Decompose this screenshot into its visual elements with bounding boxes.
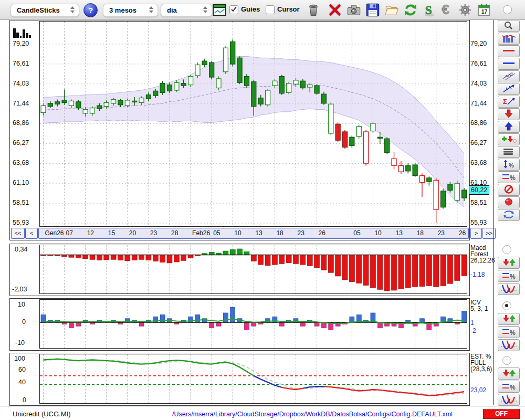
stoch-y100-label: 100 [14, 355, 25, 362]
candle [76, 102, 81, 108]
candle [118, 100, 123, 105]
price-label: 68,86 [13, 119, 29, 127]
settings-gear-icon[interactable] [458, 3, 472, 17]
macd-params: 26,12,26 [470, 257, 495, 264]
macd-curves-button[interactable] [498, 283, 520, 295]
price-label: 74,03 [13, 80, 29, 87]
macd-bar [434, 255, 439, 287]
add-signal-arrows-button[interactable] [498, 133, 520, 145]
nav-far-prev-button[interactable]: << [11, 228, 25, 239]
guies-checkbox[interactable] [229, 5, 238, 14]
icv-percent-button[interactable]: % [498, 326, 520, 338]
icv-bar [350, 317, 354, 322]
candle [335, 124, 340, 140]
candle [237, 58, 242, 82]
chart-type-select[interactable]: CandleSticks [10, 4, 79, 17]
icv-bar [230, 307, 235, 322]
macd-panel-radio[interactable] [502, 245, 511, 254]
candle [308, 85, 312, 87]
calendar-icon[interactable]: 17 [477, 3, 491, 17]
indicator-chart-button[interactable] [498, 33, 520, 45]
macd-arrows-button[interactable] [498, 257, 520, 269]
stoch-curves-button[interactable] [498, 394, 520, 406]
date-tick-label: 23 [438, 229, 445, 237]
macd-ymin-label: -2,03 [12, 286, 27, 293]
channel-tool-button[interactable] [498, 70, 520, 82]
vertical-percent-icon: % [498, 159, 519, 169]
blue-hline-icon [498, 58, 519, 68]
camera-icon[interactable] [346, 3, 361, 17]
record-button[interactable] [498, 196, 520, 208]
macd-bar [363, 255, 369, 285]
lines-percent-button[interactable]: % [498, 171, 520, 183]
arrow-up-blue-icon [498, 121, 519, 131]
period-value: 3 mesos [109, 6, 136, 14]
off-toggle-button[interactable]: OFF [483, 409, 520, 419]
date-axis-strip[interactable]: Gen26071215202328Feb26051013182326051013… [38, 228, 469, 239]
arrow-down-tool-button[interactable] [498, 108, 520, 120]
delete-x-icon[interactable] [328, 3, 342, 17]
trendline-tool-button[interactable] [498, 83, 520, 95]
candle [230, 42, 235, 64]
toolbar-radio[interactable] [503, 5, 512, 14]
blue-hline-button[interactable] [498, 58, 520, 70]
candle [293, 80, 298, 84]
candle [62, 100, 67, 102]
date-tick-label: 12 [87, 229, 94, 237]
candle [97, 106, 102, 109]
icv-bar [202, 319, 207, 322]
nav-prev-button[interactable]: < [25, 228, 38, 239]
zoom-icon [498, 20, 519, 30]
svg-text:S: S [425, 3, 432, 17]
chart-window-icon[interactable] [212, 3, 227, 17]
candle [111, 99, 116, 103]
stoch-panel-radio[interactable] [502, 356, 511, 365]
icv-bar [272, 317, 277, 322]
red-hline-button[interactable] [498, 45, 520, 57]
macd-bar [139, 255, 144, 259]
macd-bar [349, 255, 354, 281]
swap-arrows-button[interactable] [498, 209, 520, 221]
candle [406, 165, 411, 171]
help-button[interactable]: ? [83, 3, 98, 17]
icv-curves-button[interactable] [498, 339, 520, 351]
open-folder-icon[interactable] [384, 3, 399, 17]
candle [90, 108, 95, 113]
cursor-checkbox[interactable] [266, 5, 275, 14]
main-price-chart[interactable] [39, 21, 467, 227]
price-label: 66,27 [470, 139, 487, 146]
euro-icon[interactable]: € [440, 3, 455, 17]
lines-percent-icon: % [498, 381, 519, 391]
stoch-arrows-button[interactable] [498, 368, 520, 380]
macd-bar [174, 255, 179, 262]
candle [419, 176, 424, 183]
trash-icon[interactable] [306, 3, 321, 17]
money-s-icon[interactable]: S [422, 3, 437, 17]
nav-next-button[interactable]: > [470, 228, 482, 239]
macd-histogram-chart [39, 245, 467, 294]
forbidden-tool-button[interactable] [498, 184, 520, 196]
chevron-updown-icon [149, 6, 154, 14]
date-tick-label: 07 [66, 229, 73, 237]
svg-text:Σ: Σ [503, 98, 507, 106]
candle [329, 104, 333, 133]
macd-bar [265, 255, 270, 265]
candle [258, 98, 263, 104]
macd-percent-button[interactable]: % [498, 270, 520, 282]
icv-value-1: 1 [470, 319, 474, 327]
period-select[interactable]: 3 mesos [103, 4, 158, 17]
icv-arrows-button[interactable] [498, 313, 520, 325]
arrow-up-tool-button[interactable] [498, 121, 520, 133]
refresh-icon[interactable] [403, 3, 418, 17]
svg-text:%: % [510, 174, 516, 182]
save-icon[interactable] [365, 3, 380, 17]
vertical-percent-button[interactable]: % [498, 159, 520, 171]
list-lines-button[interactable] [498, 146, 520, 158]
sigma-trend-button[interactable]: Σ [498, 96, 520, 108]
stoch-percent-button[interactable]: % [498, 381, 520, 393]
interval-select[interactable]: dia [161, 4, 212, 17]
icv-panel-radio[interactable] [502, 301, 511, 310]
zoom-tool-button[interactable] [498, 20, 520, 32]
macd-bar [286, 255, 291, 262]
macd-bar [111, 255, 116, 259]
